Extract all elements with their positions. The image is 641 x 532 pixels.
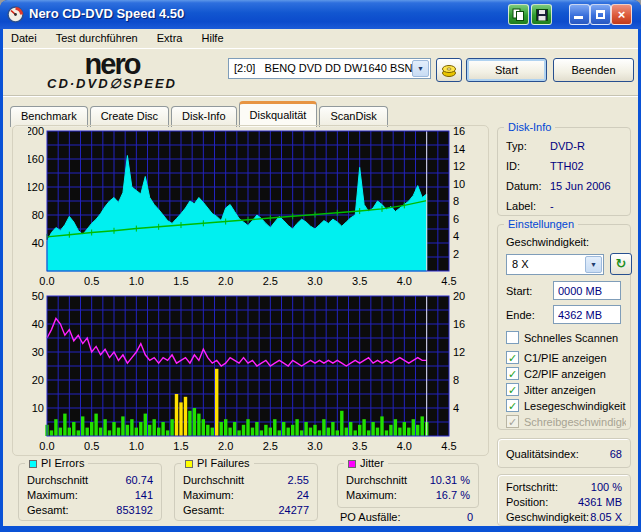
- pi-errors-total-value: 853192: [116, 503, 153, 517]
- checkbox-label: Jitter anzeigen: [524, 383, 596, 397]
- chevron-down-icon[interactable]: ▼: [585, 256, 602, 273]
- disk-type-value: DVD-R: [550, 139, 585, 153]
- pi-failures-total-value: 24277: [278, 503, 309, 517]
- quality-index-label: Qualitätsindex:: [506, 447, 579, 461]
- end-position-label: Ende:: [506, 308, 535, 322]
- disc-stack-icon: [441, 63, 457, 78]
- eject-disc-button[interactable]: [436, 58, 462, 82]
- pi-failures-title: PI Failures: [197, 457, 250, 469]
- pi-failures-max-label: Maximum:: [183, 489, 234, 501]
- svg-text:4.5: 4.5: [441, 440, 456, 452]
- pi-errors-max-label: Maximum:: [27, 489, 78, 501]
- checkbox-box[interactable]: ✓: [506, 383, 519, 396]
- nero-logo: nero CD·DVD∅SPEED: [17, 51, 207, 90]
- checkbox-box[interactable]: ✓: [506, 399, 519, 412]
- svg-text:8: 8: [453, 374, 459, 386]
- checkbox-label: Schnelles Scannen: [524, 331, 618, 345]
- menu-bar: Datei Test durchführen Extra Hilfe: [3, 29, 638, 49]
- checkbox-fast-scan[interactable]: ✓ Schnelles Scannen: [506, 331, 626, 345]
- checkbox-read-speed[interactable]: ✓ Lesegeschwindigkeit a: [506, 399, 626, 413]
- check-icon: ✓: [508, 400, 517, 413]
- disk-id-label: ID:: [506, 159, 520, 173]
- svg-text:20: 20: [453, 290, 465, 302]
- svg-text:3.5: 3.5: [352, 440, 367, 452]
- quit-button[interactable]: Beenden: [553, 58, 634, 82]
- chevron-down-icon[interactable]: ▼: [412, 60, 429, 77]
- check-icon: ✓: [508, 416, 517, 429]
- refresh-speeds-button[interactable]: ↻: [610, 253, 632, 275]
- copy-chart-button[interactable]: [508, 4, 529, 25]
- svg-text:6: 6: [453, 213, 459, 225]
- svg-text:2.0: 2.0: [218, 440, 233, 452]
- svg-text:2.0: 2.0: [218, 275, 233, 287]
- checkbox-box[interactable]: ✓: [506, 415, 519, 428]
- checkbox-c2-pif[interactable]: ✓ C2/PIF anzeigen: [506, 367, 626, 381]
- svg-text:50: 50: [32, 290, 44, 302]
- svg-text:2.5: 2.5: [263, 275, 278, 287]
- svg-text:16: 16: [453, 125, 465, 137]
- disk-label-label: Label:: [506, 199, 536, 213]
- svg-text:1.0: 1.0: [129, 275, 144, 287]
- jitter-legend-swatch: [348, 460, 356, 468]
- svg-text:120: 120: [28, 181, 44, 193]
- check-icon: ✓: [508, 368, 517, 381]
- refresh-icon: ↻: [616, 256, 627, 271]
- svg-text:3.5: 3.5: [352, 275, 367, 287]
- cddvd-speed-logo-text: CD·DVD∅SPEED: [17, 77, 207, 90]
- checkbox-box[interactable]: ✓: [506, 351, 519, 364]
- menu-extra[interactable]: Extra: [149, 29, 191, 49]
- checkbox-c1-pie[interactable]: ✓ C1/PIE anzeigen: [506, 351, 626, 365]
- menu-datei[interactable]: Datei: [3, 29, 45, 49]
- checkbox-box[interactable]: ✓: [506, 367, 519, 380]
- pi-errors-avg-label: Durchschnitt: [27, 474, 88, 486]
- speed-selected-value: 8 X: [512, 258, 529, 270]
- jitter-max-value: 16.7 %: [436, 488, 470, 502]
- menu-test-durchfuehren[interactable]: Test durchführen: [48, 29, 146, 49]
- pi-errors-chart: 20016012080401614121086420.00.51.01.52.0…: [28, 123, 470, 289]
- disk-label-value: -: [550, 199, 554, 213]
- jitter-avg-label: Durchschnitt: [346, 474, 407, 486]
- minimize-button[interactable]: [569, 4, 590, 25]
- speed-readout-value: 8.05 X: [590, 510, 622, 524]
- pi-failures-jitter-chart: 5040302010201612840.00.51.01.52.02.53.03…: [28, 288, 470, 454]
- disk-type-label: Typ:: [506, 139, 527, 153]
- check-icon: ✓: [508, 352, 517, 365]
- disk-date-value: 15 Jun 2006: [550, 179, 611, 193]
- menu-hilfe[interactable]: Hilfe: [194, 29, 232, 49]
- maximize-button[interactable]: [590, 4, 611, 25]
- jitter-avg-value: 10.31 %: [430, 473, 470, 487]
- close-button[interactable]: ×: [611, 4, 632, 25]
- app-window: Nero CD-DVD Speed 4.50 × Datei Test durc…: [0, 0, 641, 532]
- checkbox-label: C1/PIE anzeigen: [524, 351, 607, 365]
- pi-failures-avg-label: Durchschnitt: [183, 474, 244, 486]
- drive-select[interactable]: [2:0] BENQ DVD DD DW1640 BSNB ▼: [228, 58, 431, 79]
- end-position-input[interactable]: [553, 305, 621, 324]
- toolbar: nero CD·DVD∅SPEED [2:0] BENQ DVD DD DW16…: [3, 50, 638, 96]
- jitter-stats-box: Jitter Durchschnitt10.31 % Maximum:16.7 …: [337, 463, 479, 508]
- save-button[interactable]: [531, 4, 552, 25]
- svg-text:80: 80: [32, 209, 44, 221]
- po-failures-value: 0: [467, 511, 473, 523]
- settings-box: Einstellungen Geschwindigkeit: 8 X ▼ ↻ S…: [497, 224, 631, 430]
- progress-box: Fortschritt:100 % Position:4361 MB Gesch…: [497, 474, 631, 526]
- svg-text:0.0: 0.0: [39, 440, 54, 452]
- speed-readout-label: Geschwindigkeit:: [506, 511, 589, 523]
- svg-text:200: 200: [28, 125, 44, 137]
- pi-failures-max-value: 24: [297, 488, 309, 502]
- po-failures-row: PO Ausfälle: 0: [340, 511, 479, 525]
- po-failures-label: PO Ausfälle:: [340, 511, 401, 523]
- checkbox-write-speed[interactable]: ✓ Schreibgeschwindigkei: [506, 415, 626, 429]
- quality-index-value: 68: [610, 447, 622, 461]
- jitter-max-label: Maximum:: [346, 489, 397, 501]
- checkbox-box[interactable]: ✓: [506, 331, 519, 344]
- copy-icon: [512, 8, 525, 21]
- start-position-input[interactable]: [553, 281, 621, 300]
- svg-text:2: 2: [453, 248, 459, 260]
- pi-failures-total-label: Gesamt:: [183, 504, 225, 516]
- svg-text:40: 40: [32, 237, 44, 249]
- checkbox-jitter[interactable]: ✓ Jitter anzeigen: [506, 383, 626, 397]
- speed-select[interactable]: 8 X ▼: [506, 254, 604, 275]
- pi-failures-legend-swatch: [185, 460, 193, 468]
- svg-text:40: 40: [32, 318, 44, 330]
- start-button[interactable]: Start: [466, 58, 547, 82]
